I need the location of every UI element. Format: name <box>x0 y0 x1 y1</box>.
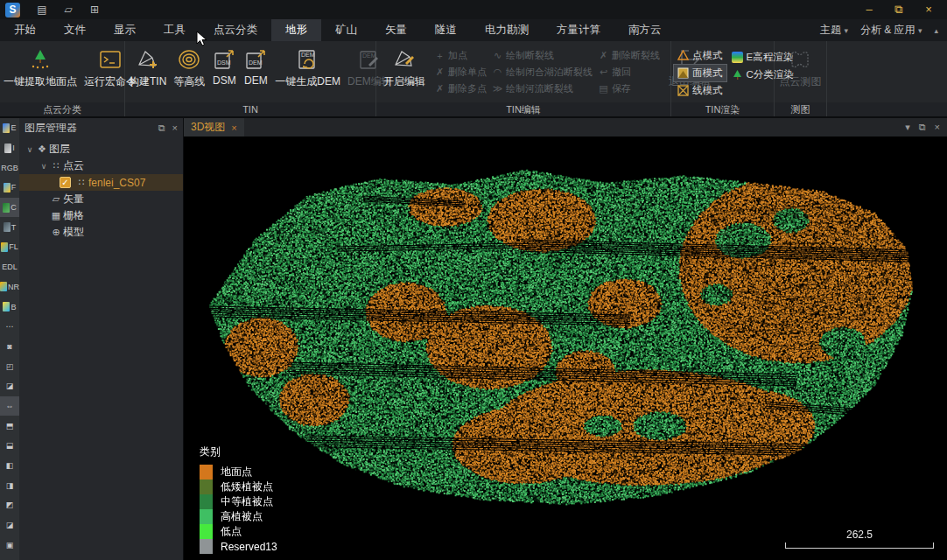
close-panel-icon[interactable]: × <box>172 122 178 134</box>
face-mode-button[interactable]: 面模式 <box>674 65 726 81</box>
chevron-down-icon[interactable]: ∨ <box>39 162 49 171</box>
menu-item-power-survey[interactable]: 电力勘测 <box>471 19 543 41</box>
tree-node-layers[interactable]: ∨ ❖ 图层 <box>19 141 183 158</box>
title-bar: S ▤ ▱ ⊞ – ⧉ × <box>0 0 947 19</box>
menu-item-volume-calc[interactable]: 方量计算 <box>543 19 614 41</box>
menu-bar: 开始 文件 显示 工具 点云分类 地形 矿山 矢量 隧道 电力勘测 方量计算 南… <box>0 19 947 41</box>
small-button-绘制闭合湖泊断裂线[interactable]: ◠绘制闭合湖泊断裂线 <box>492 65 593 80</box>
tree-node-model[interactable]: ⊕ 模型 <box>19 224 183 241</box>
new-project-button[interactable]: ⊞ <box>85 2 104 18</box>
point-mode-button[interactable]: 点模式 <box>674 47 726 64</box>
menu-item-mining[interactable]: 矿山 <box>321 19 371 41</box>
face-mode-icon <box>677 67 689 79</box>
pin-icon[interactable]: ⧉ <box>158 122 165 134</box>
view-front-icon: ◩ <box>6 500 14 509</box>
legend-item-low-veg: 低矮植被点 <box>200 480 277 494</box>
one-key-dem-button[interactable]: DEM 一键生成DEM <box>271 46 344 89</box>
close-tab-icon[interactable]: × <box>231 122 236 133</box>
edl-render-tool[interactable]: EDL <box>0 257 19 277</box>
nr-render-tool-icon: NR <box>8 283 19 291</box>
bucket-tool[interactable]: ◙ <box>0 337 19 357</box>
menu-item-display[interactable]: 显示 <box>100 19 150 41</box>
extract-ground-button[interactable]: 一键提取地面点 <box>0 46 81 89</box>
b-render-tool[interactable]: B <box>0 297 19 317</box>
line-mode-button[interactable]: 线模式 <box>674 82 726 99</box>
theme-menu[interactable]: 主题 ▾ <box>820 23 848 38</box>
3d-canvas-area[interactable]: 类别 地面点 低矮植被点 中等植被点 高植被点 <box>184 136 947 560</box>
menu-item-tunnel[interactable]: 隧道 <box>421 19 471 41</box>
raster-icon: ▦ <box>49 210 63 221</box>
terminal-icon <box>98 47 123 72</box>
small-button-删除断裂线[interactable]: ✗删除断裂线 <box>598 48 660 63</box>
pointcloud-canvas[interactable] <box>184 136 947 560</box>
nr-render-tool[interactable]: NR <box>0 277 19 298</box>
sample-box-tool[interactable]: ◪ <box>0 376 19 396</box>
open-project-button[interactable]: ▱ <box>59 2 78 18</box>
small-button-删除多点[interactable]: ✗删除多点 <box>434 81 487 96</box>
pan-tool[interactable]: ⇔ <box>0 396 19 416</box>
small-button-撤回[interactable]: ↩撤回 <box>598 65 660 80</box>
select-box-tool[interactable]: ◰ <box>0 356 19 376</box>
scale-bar-line <box>785 542 934 549</box>
start-edit-button[interactable]: 开启编辑 <box>380 46 429 89</box>
close-view-icon[interactable]: × <box>935 122 940 133</box>
menu-item-start[interactable]: 开始 <box>0 19 50 41</box>
small-button-保存[interactable]: ▤保存 <box>598 81 660 96</box>
close-button[interactable]: × <box>915 1 942 18</box>
elevation-render-tool[interactable]: E <box>0 118 19 138</box>
menu-item-pointcloud-classify[interactable]: 点云分类 <box>200 19 271 41</box>
intensity-render-tool[interactable]: I <box>0 138 19 158</box>
blend-render-tool[interactable]: F <box>0 178 19 198</box>
menu-item-tools[interactable]: 工具 <box>150 19 200 41</box>
tree-node-vector[interactable]: ▱ 矢量 <box>19 191 183 207</box>
fl-render-tool[interactable]: FL <box>0 237 19 257</box>
float-view-icon[interactable]: ⧉ <box>919 122 926 133</box>
dsm-button[interactable]: DSM DSM <box>208 46 240 87</box>
svg-text:DSM: DSM <box>217 60 231 66</box>
small-button-加点[interactable]: +加点 <box>434 48 487 63</box>
dem-button[interactable]: DEM DEM <box>240 46 271 87</box>
layer-panel-header: 图层管理器 ⧉ × <box>19 118 183 137</box>
minimize-button[interactable]: – <box>856 1 882 18</box>
layer-visibility-checkbox[interactable]: ✓ <box>60 177 71 188</box>
view-left[interactable]: ◧ <box>0 456 19 476</box>
view-right[interactable]: ◨ <box>0 475 19 495</box>
tree-node-raster[interactable]: ▦ 栅格 <box>19 207 183 224</box>
small-button-删除单点[interactable]: ✗删除单点 <box>434 65 487 80</box>
pointcloud-icon: ∷ <box>74 177 88 188</box>
time-render-tool[interactable]: T <box>0 217 19 237</box>
zoom-extent-tool[interactable]: ▣ <box>0 535 19 555</box>
tab-3d-view[interactable]: 3D视图 × <box>184 118 244 136</box>
small-button-绘制河流断裂线[interactable]: ≫绘制河流断裂线 <box>492 81 593 96</box>
classification-render-tool[interactable]: C <box>0 198 19 218</box>
tab-list-dropdown-icon[interactable]: ▾ <box>905 122 910 133</box>
menu-item-file[interactable]: 文件 <box>50 19 100 41</box>
save-project-button[interactable]: ▤ <box>32 2 52 18</box>
more-tools[interactable]: ⋯ <box>0 317 19 337</box>
view-bottom[interactable]: ⬓ <box>0 436 19 456</box>
tree-node-fenlei-layer[interactable]: ✓ ∷ fenlei_CS07 <box>19 174 183 191</box>
restore-button[interactable]: ⧉ <box>886 1 912 18</box>
pointcloud-survey-button[interactable]: 点云测图 <box>776 46 825 89</box>
chevron-down-icon[interactable]: ∨ <box>25 145 35 154</box>
small-button-绘制断裂线[interactable]: ∿绘制断裂线 <box>492 48 593 63</box>
contour-button[interactable]: 等高线 <box>170 46 208 89</box>
ribbon-toolbar: 一键提取地面点 运行宏命令 构建TIN 等高线 <box>0 41 947 102</box>
build-tin-button[interactable]: 构建TIN <box>125 46 170 89</box>
menu-item-south-cloud[interactable]: 南方云 <box>614 19 676 41</box>
menu-item-vector[interactable]: 矢量 <box>371 19 421 41</box>
view-top[interactable]: ⬒ <box>0 416 19 436</box>
view-back[interactable]: ◪ <box>0 515 19 536</box>
collapse-ribbon-icon[interactable]: ▴ <box>934 26 938 35</box>
classification-render-tool-icon: C <box>11 203 17 212</box>
window-controls: – ⧉ × <box>856 1 942 18</box>
analysis-app-menu[interactable]: 分析 & 应用 ▾ <box>860 23 922 38</box>
elevation-render-tool-chip <box>3 123 10 133</box>
menu-item-terrain[interactable]: 地形 <box>271 19 321 41</box>
view-front[interactable]: ◩ <box>0 495 19 515</box>
legend-swatch-low-point <box>200 524 213 539</box>
rgb-render-tool[interactable]: RGB <box>0 158 19 178</box>
contour-icon <box>177 47 201 72</box>
small-button-label: 保存 <box>612 82 631 95</box>
tree-node-pointcloud[interactable]: ∨ ∷ 点云 <box>19 158 183 174</box>
